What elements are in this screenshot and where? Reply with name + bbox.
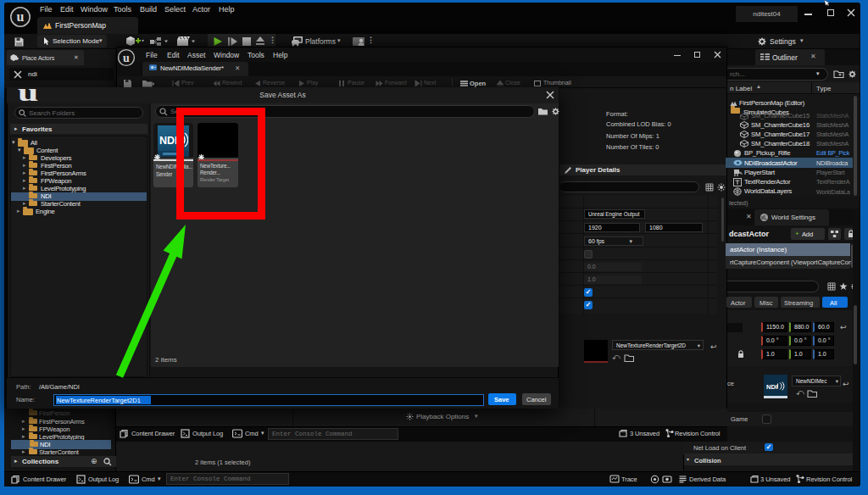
svg-text:NDI: NDI <box>159 135 178 147</box>
svg-text:NDI: NDI <box>766 383 777 391</box>
svg-text:u: u <box>123 52 130 64</box>
svg-text:u: u <box>17 9 25 24</box>
